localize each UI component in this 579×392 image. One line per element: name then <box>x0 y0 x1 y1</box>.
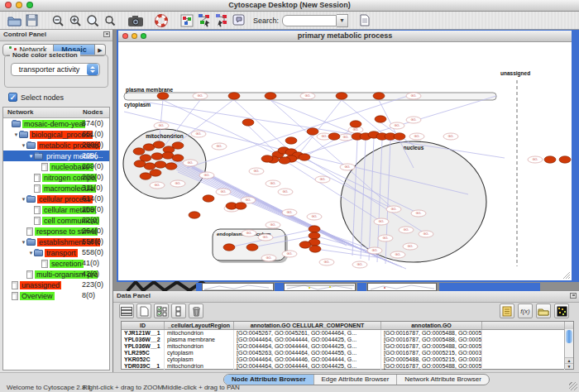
network-node-selected[interactable] <box>165 163 177 170</box>
network-node-selected[interactable] <box>373 93 385 99</box>
network-node-selected[interactable] <box>375 116 386 122</box>
network-node-selected[interactable] <box>307 128 318 135</box>
network-node-selected[interactable] <box>140 173 151 179</box>
network-tree-row[interactable]: cellular metabo209(0) <box>3 204 109 215</box>
network-tree-row[interactable]: ▼primary metabo209(... <box>3 151 109 161</box>
network-node-selected[interactable] <box>350 121 361 127</box>
network-node-selected[interactable] <box>265 93 276 99</box>
table-column-header[interactable]: annotation.GO CELLULAR_COMPONENT <box>234 322 381 329</box>
zoom-selected-icon[interactable] <box>102 13 117 28</box>
network-node-selected[interactable] <box>203 195 214 202</box>
network-tree-row[interactable]: nitrogen compo209(0) <box>3 172 109 183</box>
network-node-selected[interactable] <box>228 93 240 99</box>
network-tree-header[interactable]: Network Nodes <box>3 108 109 118</box>
network-tree-row[interactable]: ▼transport558(0) <box>3 247 109 258</box>
network-node-selected[interactable] <box>153 141 165 148</box>
network-node-selected[interactable] <box>336 93 347 99</box>
float-data-panel-icon[interactable] <box>570 293 577 299</box>
resize-grip[interactable] <box>569 382 577 390</box>
show-vizmapper-icon[interactable] <box>231 13 246 28</box>
network-tree-row[interactable]: ▼metabolic process280(0) <box>3 140 109 151</box>
network-node-selected[interactable] <box>242 119 254 126</box>
node-color-dropdown[interactable]: transporter activity <box>11 63 100 76</box>
network-tree-row[interactable]: response to stimulu264(0) <box>3 226 109 237</box>
network-node-selected[interactable] <box>299 241 311 248</box>
network-tree-row[interactable]: macromolecule311(0) <box>3 183 109 194</box>
table-row[interactable]: YPL036W__1mitochondrion[GO:0044464, GO:0… <box>122 343 573 350</box>
scrollbar-thumb[interactable] <box>566 330 572 343</box>
expand-arrow-icon[interactable]: ▼ <box>21 143 26 148</box>
table-scrollbar[interactable]: ▲ ▼ <box>564 329 573 369</box>
network-node-selected[interactable] <box>309 232 320 239</box>
snapshot-icon[interactable] <box>127 13 143 28</box>
create-network-from-selected-icon[interactable] <box>196 13 212 28</box>
select-attributes-icon[interactable] <box>154 304 169 318</box>
network-node-selected[interactable] <box>394 133 405 140</box>
open-session-icon[interactable] <box>7 13 22 28</box>
network-node-selected[interactable] <box>133 148 145 155</box>
zoom-in-icon[interactable] <box>67 13 83 28</box>
network-tree-row[interactable]: Overview8(0) <box>3 290 109 301</box>
table-row[interactable]: YJR121W__1mitochondrion[GO:0045267, GO:0… <box>122 330 573 337</box>
network-node-selected[interactable] <box>261 155 273 162</box>
network-node-selected[interactable] <box>279 157 290 164</box>
delete-attribute-icon[interactable] <box>189 304 203 318</box>
advanced-search-icon[interactable] <box>356 13 372 28</box>
formula-builder-icon[interactable]: f(x) <box>518 304 533 318</box>
table-row[interactable]: YDR039C__1mitochondrion[GO:0044464, GO:0… <box>122 363 573 370</box>
network-node-selected[interactable] <box>559 156 571 163</box>
table-column-header[interactable] <box>482 322 565 329</box>
network-tree-row[interactable]: ▼biological_process651(0) <box>3 129 109 140</box>
network-node-selected[interactable] <box>172 155 184 161</box>
create-network-icon[interactable] <box>179 13 194 28</box>
network-node-selected[interactable] <box>172 142 184 149</box>
network-tree-row[interactable]: cell communicat22(0) <box>3 215 109 226</box>
network-node-selected[interactable] <box>309 226 320 232</box>
network-tree-row[interactable]: secretion41(0) <box>3 258 109 269</box>
table-row[interactable]: YLR295Ccytoplasm[GO:0045263, GO:0044464,… <box>122 350 573 356</box>
network-node-selected[interactable] <box>328 133 340 140</box>
search-dropdown-arrow[interactable]: ▼ <box>337 14 348 27</box>
network-tree-row[interactable]: ▼cellular process614(0) <box>3 194 109 204</box>
network-tree-row[interactable]: nucleobase-209(0) <box>3 161 109 172</box>
attribute-matrix-icon[interactable] <box>554 304 569 318</box>
network-tree-row[interactable]: unassigned223(0) <box>3 280 109 290</box>
scroll-up-icon[interactable]: ▲ <box>565 357 573 363</box>
expand-arrow-icon[interactable]: ▼ <box>28 251 34 256</box>
float-panel-icon[interactable] <box>103 31 110 37</box>
expand-arrow-icon[interactable]: ▼ <box>13 132 19 137</box>
table-column-header[interactable]: annotation.GO MOLECULAR_FUNCTION <box>381 322 482 329</box>
network-node-selected[interactable] <box>235 203 246 209</box>
table-column-header[interactable]: ID <box>122 322 165 329</box>
expand-arrow-icon[interactable]: ▼ <box>28 154 34 159</box>
network-canvas[interactable]: plasma membranecytoplasmmitochondrionnuc… <box>118 42 572 280</box>
network-tree-row[interactable]: mosaic-demo-yeast874(0) <box>3 118 109 129</box>
network-node-selected[interactable] <box>151 153 163 160</box>
import-attributes-icon[interactable] <box>536 304 551 318</box>
scroll-down-icon[interactable]: ▼ <box>565 363 573 369</box>
zoom-out-icon[interactable] <box>50 13 65 28</box>
network-node-selected[interactable] <box>285 137 297 144</box>
attribute-notes-icon[interactable] <box>500 304 514 318</box>
table-row[interactable]: YKR052Ccytoplasm[GO:0044464, GO:0044446,… <box>122 356 573 363</box>
network-node-selected[interactable] <box>134 160 146 167</box>
network-window-resize-grip[interactable] <box>568 277 570 279</box>
create-network-selected-edges-icon[interactable] <box>213 13 229 28</box>
network-node-selected[interactable] <box>157 93 169 99</box>
table-row[interactable]: YPL036W__2plasma membrane[GO:0044464, GO… <box>122 337 573 343</box>
network-node-selected[interactable] <box>299 154 310 160</box>
network-node-selected[interactable] <box>246 244 258 251</box>
network-node-selected[interactable] <box>189 212 200 218</box>
zoom-fit-icon[interactable] <box>84 13 100 28</box>
select-nodes-checkbox[interactable]: ✓ <box>8 93 17 102</box>
attribute-table-icon[interactable] <box>119 304 134 318</box>
network-node-selected[interactable] <box>309 246 321 252</box>
unselect-attributes-icon[interactable] <box>171 304 186 318</box>
expand-arrow-icon[interactable]: ▼ <box>21 240 26 245</box>
save-session-icon[interactable] <box>24 13 40 28</box>
search-input[interactable] <box>282 15 337 26</box>
new-attribute-icon[interactable] <box>136 304 151 318</box>
help-ring-icon[interactable] <box>153 13 169 28</box>
network-node-selected[interactable] <box>223 244 235 251</box>
expand-arrow-icon[interactable]: ▼ <box>21 197 26 202</box>
